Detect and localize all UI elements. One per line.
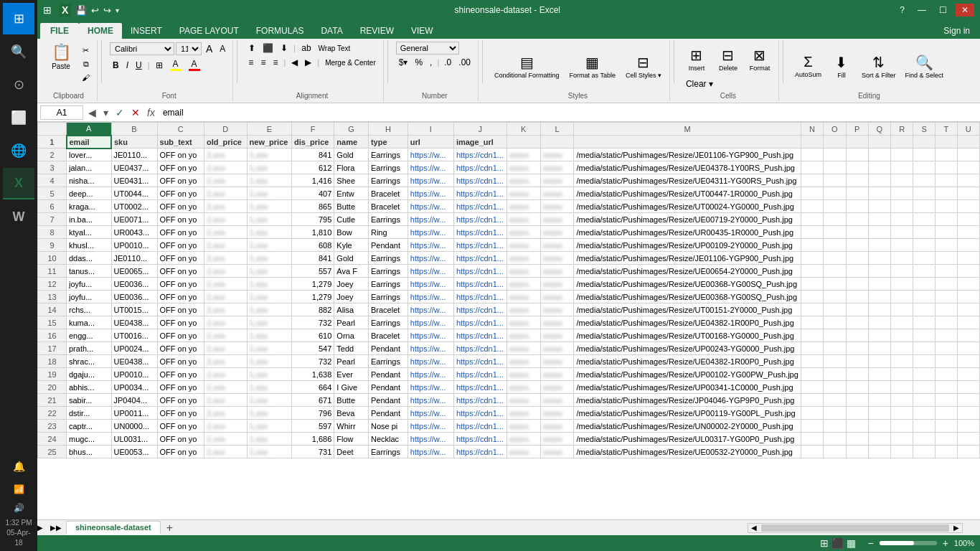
italic-btn[interactable]: I [123, 59, 131, 72]
cell-col14-row4[interactable] [801, 174, 823, 187]
cell-col8-row16[interactable]: Bracelet [368, 329, 407, 342]
cell-col21-row21[interactable] [957, 394, 979, 407]
cell-col14-row10[interactable] [801, 252, 823, 265]
cell-col1-row12[interactable]: joyfu... [67, 278, 112, 291]
cell-col8-row9[interactable]: Pendant [368, 239, 407, 252]
cell-col18-row6[interactable] [891, 200, 913, 213]
cell-Q1[interactable] [868, 136, 891, 149]
cell-col13-row8[interactable]: /media/static/Pushimages/Resize/UR00435-… [574, 226, 801, 239]
cell-col21-row23[interactable] [957, 420, 979, 433]
cell-col6-row3[interactable]: 612 [292, 161, 334, 174]
cell-col9-row8[interactable]: https://w... [407, 226, 453, 239]
cell-col20-row18[interactable] [936, 355, 957, 368]
cell-col18-row2[interactable] [891, 149, 913, 161]
wrap-text-btn[interactable]: Wrap Text [316, 43, 354, 54]
cell-col11-row3[interactable]: xxxxx [507, 161, 540, 174]
formula-cancel[interactable]: ✕ [129, 107, 142, 118]
cell-col6-row20[interactable]: 664 [292, 381, 334, 394]
cell-col19-row11[interactable] [913, 265, 936, 278]
cell-B1[interactable]: sku [111, 136, 157, 149]
cell-col10-row6[interactable]: https://cdn1... [453, 200, 507, 213]
cell-col15-row2[interactable] [824, 149, 847, 161]
cell-col5-row6[interactable]: 1,xxx [247, 200, 292, 213]
cell-col14-row24[interactable] [801, 433, 823, 446]
cell-col18-row20[interactable] [891, 381, 913, 394]
cell-col10-row17[interactable]: https://cdn1... [453, 342, 507, 355]
cell-col4-row23[interactable]: 2,xxx [204, 420, 248, 433]
cell-col4-row13[interactable]: 2,xxx [204, 291, 248, 303]
cell-col14-row3[interactable] [801, 161, 823, 174]
cell-col11-row11[interactable]: xxxxx [507, 265, 540, 278]
cell-col19-row4[interactable] [913, 174, 936, 187]
cell-col18-row16[interactable] [891, 329, 913, 342]
cell-col16-row5[interactable] [846, 187, 868, 200]
cell-col21-row19[interactable] [957, 368, 979, 381]
cell-col9-row2[interactable]: https://w... [407, 149, 453, 161]
undo-qa-btn[interactable]: ↩ [91, 5, 99, 16]
cell-col7-row15[interactable]: Pearl [334, 316, 369, 329]
cell-col11-row9[interactable]: xxxxx [507, 239, 540, 252]
cell-col8-row8[interactable]: Ring [368, 226, 407, 239]
cell-col16-row21[interactable] [846, 394, 868, 407]
cell-col19-row8[interactable] [913, 226, 936, 239]
cell-col7-row17[interactable]: Tedd [334, 342, 369, 355]
cell-col21-row17[interactable] [957, 342, 979, 355]
cell-col18-row7[interactable] [891, 213, 913, 226]
cell-col5-row12[interactable]: 1,xxx [247, 278, 292, 291]
cell-col20-row10[interactable] [936, 252, 957, 265]
cell-col10-row25[interactable]: https://cdn1... [453, 446, 507, 458]
cell-col15-row14[interactable] [824, 303, 847, 316]
cell-col16-row15[interactable] [846, 316, 868, 329]
cell-col9-row11[interactable]: https://w... [407, 265, 453, 278]
align-bot-btn[interactable]: ⬇ [278, 42, 291, 55]
cell-col12-row25[interactable]: xxxxx [540, 446, 574, 458]
col-header-O[interactable]: O [824, 123, 847, 136]
cell-col9-row9[interactable]: https://w... [407, 239, 453, 252]
cell-col20-row17[interactable] [936, 342, 957, 355]
cell-col14-row14[interactable] [801, 303, 823, 316]
cell-col14-row20[interactable] [801, 381, 823, 394]
cell-col6-row4[interactable]: 1,416 [292, 174, 334, 187]
cell-col10-row3[interactable]: https://cdn1... [453, 161, 507, 174]
col-header-J[interactable]: J [453, 123, 507, 136]
cell-D1[interactable]: old_price [204, 136, 248, 149]
cell-col2-row19[interactable]: UP0010... [111, 368, 157, 381]
cell-col15-row5[interactable] [824, 187, 847, 200]
cell-col1-row15[interactable]: kuma... [67, 316, 112, 329]
col-header-B[interactable]: B [111, 123, 157, 136]
cell-col10-row24[interactable]: https://cdn1... [453, 433, 507, 446]
cell-col7-row7[interactable]: Cutle [334, 213, 369, 226]
network-btn[interactable]: 📶 [3, 481, 34, 498]
zoom-out-btn[interactable]: − [867, 537, 873, 549]
cell-col20-row4[interactable] [936, 174, 957, 187]
cell-col21-row9[interactable] [957, 239, 979, 252]
cell-col7-row21[interactable]: Butte [334, 394, 369, 407]
cell-col8-row25[interactable]: Earrings [368, 446, 407, 458]
cell-col3-row24[interactable]: OFF on yo [157, 433, 204, 446]
sign-in-btn[interactable]: Sign in [936, 23, 977, 39]
tab-view[interactable]: VIEW [402, 23, 442, 39]
cell-col17-row6[interactable] [868, 200, 891, 213]
cell-col8-row24[interactable]: Necklac [368, 433, 407, 446]
cell-col12-row23[interactable]: xxxxx [540, 420, 574, 433]
cell-col15-row8[interactable] [824, 226, 847, 239]
cell-col16-row17[interactable] [846, 342, 868, 355]
formula-check[interactable]: ✓ [113, 107, 126, 118]
cell-col12-row22[interactable]: xxxxx [540, 407, 574, 420]
border-btn[interactable]: ⊞ [153, 59, 166, 72]
cell-col5-row2[interactable]: 1,xxx [247, 149, 292, 161]
col-header-E[interactable]: E [247, 123, 292, 136]
cell-col14-row13[interactable] [801, 291, 823, 303]
cell-col18-row15[interactable] [891, 316, 913, 329]
cell-col15-row3[interactable] [824, 161, 847, 174]
view-preview-btn[interactable]: ▦ [847, 537, 856, 549]
cell-col15-row6[interactable] [824, 200, 847, 213]
cell-col21-row3[interactable] [957, 161, 979, 174]
cell-col3-row12[interactable]: OFF on yo [157, 278, 204, 291]
cell-col15-row12[interactable] [824, 278, 847, 291]
cell-col21-row4[interactable] [957, 174, 979, 187]
cell-col4-row25[interactable]: 2,xxx [204, 446, 248, 458]
cell-col14-row11[interactable] [801, 265, 823, 278]
cell-col17-row17[interactable] [868, 342, 891, 355]
cell-col21-row11[interactable] [957, 265, 979, 278]
